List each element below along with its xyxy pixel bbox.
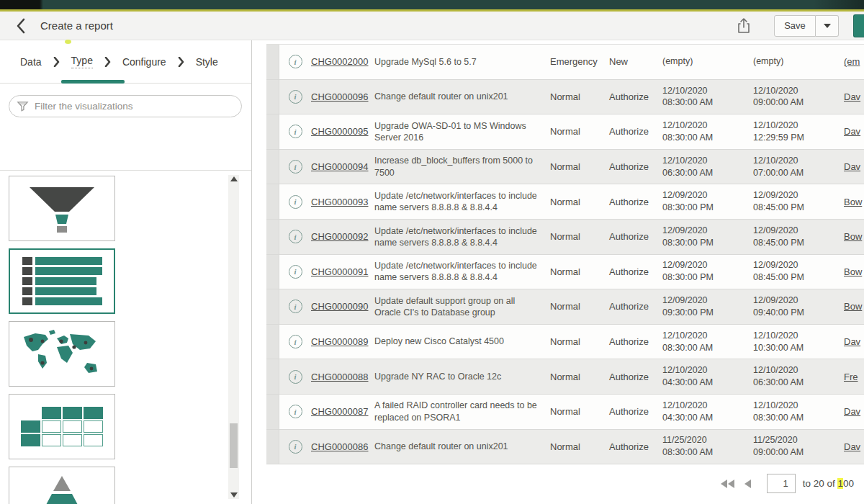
cursor-highlight-artifact (65, 40, 71, 44)
change-number-link[interactable]: CHG0000090 (311, 301, 369, 312)
info-icon[interactable]: i (289, 370, 302, 384)
share-button[interactable] (737, 17, 752, 35)
highlighted-digit: 1 (837, 478, 843, 489)
app-header: Create a report Save (0, 12, 864, 40)
prev-page-icon (744, 480, 751, 488)
table-row[interactable]: i CHG0000096 Change default router on un… (266, 80, 864, 115)
assignee-link[interactable]: Fre (844, 372, 858, 382)
visualization-filter (9, 95, 242, 117)
change-number-link[interactable]: CHG0000092 (311, 231, 369, 242)
table-row[interactable]: i CHG0000090 Update default support grou… (266, 289, 864, 325)
change-number-link[interactable]: CHG0000094 (311, 161, 369, 172)
change-number-link[interactable]: CHG0000096 (311, 91, 369, 102)
info-icon[interactable]: i (289, 160, 302, 174)
info-icon[interactable]: i (289, 265, 302, 279)
change-number-link[interactable]: CHG0002000 (311, 56, 369, 67)
save-button[interactable]: Save (774, 15, 816, 37)
priority: Normal (550, 441, 609, 452)
short-description: Deploy new Cisco Catalyst 4500 (374, 336, 550, 347)
state: Authorize (609, 266, 662, 277)
info-icon[interactable]: i (289, 90, 302, 104)
row-edge-strip (266, 220, 279, 254)
assignee-link[interactable]: (em (844, 56, 860, 67)
save-split-button: Save (774, 15, 839, 37)
end-date: 12/10/2020 08:30:00 AM (753, 400, 844, 424)
state: Authorize (609, 336, 662, 347)
change-number-link[interactable]: CHG0000095 (311, 126, 369, 137)
assignee-link[interactable]: Dav (844, 406, 860, 417)
step-type[interactable]: Type (71, 55, 93, 68)
assignee-link[interactable]: Dav (844, 161, 860, 172)
step-configure[interactable]: Configure (122, 56, 166, 68)
list-icon (22, 257, 102, 305)
assignee-link[interactable]: Bow (844, 266, 862, 277)
priority: Normal (550, 301, 609, 312)
table-row[interactable]: i CHG0000092 Update /etc/network/interfa… (266, 220, 864, 255)
viz-heatmap[interactable] (9, 394, 115, 459)
assignee-link[interactable]: Dav (844, 91, 860, 102)
row-edge-strip (266, 255, 279, 289)
table-row[interactable]: i CHG0000088 Upgrade NY RAC to Oracle 12… (266, 359, 864, 395)
change-number-link[interactable]: CHG0000087 (311, 406, 369, 417)
prev-page-button[interactable] (744, 480, 751, 488)
info-icon[interactable]: i (289, 195, 302, 209)
scrollbar-thumb[interactable] (230, 423, 238, 468)
viz-world-map[interactable] (9, 321, 115, 387)
first-page-button[interactable] (721, 480, 734, 488)
share-icon (737, 17, 751, 35)
row-edge-strip (266, 45, 279, 79)
filter-input[interactable] (35, 101, 234, 112)
info-icon[interactable]: i (289, 55, 302, 68)
assignee-link[interactable]: Bow (844, 231, 862, 242)
table-row[interactable]: i CHG0000086 Change default router on un… (266, 430, 864, 465)
back-button[interactable] (16, 18, 30, 34)
assignee-link[interactable]: Bow (844, 197, 862, 207)
viz-pyramid[interactable] (9, 467, 115, 504)
assignee-link[interactable]: Bow (844, 301, 862, 312)
scroll-up-icon[interactable] (230, 176, 238, 181)
table-row[interactable]: i CHG0000089 Deploy new Cisco Catalyst 4… (266, 325, 864, 360)
info-icon[interactable]: i (289, 300, 302, 313)
change-number-link[interactable]: CHG0000091 (311, 266, 369, 277)
priority: Normal (550, 336, 609, 347)
viz-list-selected[interactable] (9, 248, 115, 314)
scroll-down-icon[interactable] (230, 492, 238, 498)
change-number-link[interactable]: CHG0000086 (311, 441, 369, 452)
short-description: Update default support group on all Orac… (374, 295, 550, 319)
table-row[interactable]: i CHG0000091 Update /etc/network/interfa… (266, 255, 864, 290)
table-row[interactable]: i CHG0000094 Increase db_block_buffers f… (266, 150, 864, 185)
visualization-list (0, 170, 251, 504)
info-icon[interactable]: i (289, 125, 302, 138)
start-date: 12/10/2020 04:30:00 AM (662, 364, 753, 389)
priority: Normal (550, 372, 609, 382)
step-data[interactable]: Data (20, 56, 42, 68)
save-dropdown-button[interactable] (816, 15, 839, 37)
change-number-link[interactable]: CHG0000088 (311, 372, 369, 382)
change-number-link[interactable]: CHG0000089 (311, 336, 369, 347)
info-icon[interactable]: i (289, 440, 302, 454)
change-number-link[interactable]: CHG0000093 (311, 197, 369, 207)
caret-down-icon (824, 24, 831, 28)
start-date: 12/10/2020 08:30:00 AM (662, 120, 753, 144)
viz-scrollbar[interactable] (228, 175, 239, 499)
pagination: to 20 of 100 (721, 474, 854, 493)
table-row[interactable]: i CHG0000093 Update /etc/network/interfa… (266, 184, 864, 220)
short-description: Upgrade OWA-SD-01 to MS Windows Server 2… (374, 120, 550, 144)
assignee-link[interactable]: Dav (844, 441, 860, 452)
step-style[interactable]: Style (196, 56, 218, 68)
table-row[interactable]: i CHG0000095 Upgrade OWA-SD-01 to MS Win… (266, 114, 864, 150)
back-chevron-icon (16, 18, 26, 34)
assignee-link[interactable]: Dav (844, 336, 860, 347)
info-icon[interactable]: i (289, 230, 302, 243)
table-row[interactable]: i CHG0002000 Upgrade MySql 5.6 to 5.7 Em… (266, 45, 864, 80)
table-row[interactable]: i CHG0000087 A failed RAID controller ca… (266, 395, 864, 430)
info-icon[interactable]: i (289, 335, 302, 348)
end-date: 12/10/2020 06:30:00 AM (753, 364, 844, 389)
end-date: 12/10/2020 09:00:00 AM (753, 85, 844, 109)
page-input[interactable] (767, 474, 796, 493)
short-description: Upgrade NY RAC to Oracle 12c (374, 371, 550, 382)
info-icon[interactable]: i (289, 405, 302, 418)
viz-funnel-chart[interactable] (9, 176, 115, 241)
clipped-primary-button[interactable] (853, 14, 864, 37)
assignee-link[interactable]: Dav (844, 126, 860, 137)
